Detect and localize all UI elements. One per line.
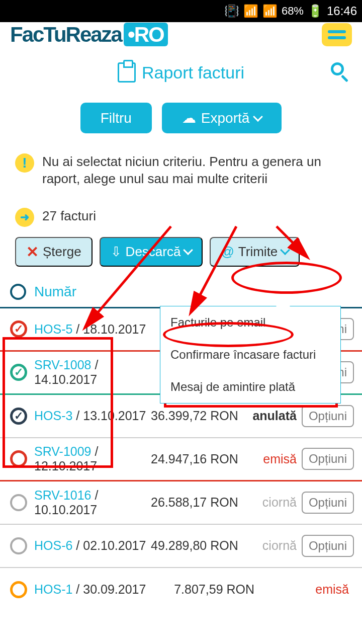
chevron-down-icon (253, 112, 263, 122)
export-button[interactable]: ☁ Exportă (162, 103, 282, 133)
invoice-number: SRV-1008 / 14.10.2017 (34, 358, 163, 387)
table-header: Număr (0, 277, 362, 308)
amount: 49.289,80 RON (151, 538, 238, 553)
app-header: FacTuReaza•RO (0, 22, 362, 47)
column-header-number[interactable]: Număr (34, 284, 76, 300)
x-icon: ✕ (26, 243, 39, 261)
info-text: Nu ai selectat niciun criteriu. Pentru a… (42, 153, 347, 188)
status: emisă (279, 582, 354, 597)
checkbox-checked[interactable]: ✓ (10, 320, 27, 338)
checkbox-checked[interactable]: ✓ (10, 364, 27, 381)
download-button[interactable]: ⇩ Descarcă (100, 237, 203, 267)
checkbox-unchecked[interactable] (10, 581, 27, 598)
checkbox-checked[interactable]: ✓ (10, 408, 27, 425)
checkbox-unchecked[interactable] (10, 450, 27, 467)
status-bar: 📳 📶 📶 68% 🔋 16:46 (0, 0, 362, 22)
send-dropdown: Facturile pe email Confirmare încasare f… (160, 306, 341, 404)
amount: 26.588,17 RON (151, 495, 238, 510)
options-button[interactable]: Opțiuni (302, 535, 354, 557)
options-button[interactable]: Opțiuni (302, 492, 354, 514)
logo-text: FacTuReaza (10, 23, 122, 46)
status: anulată (238, 409, 302, 423)
battery-icon: 🔋 (308, 4, 323, 18)
send-button[interactable]: @ Trimite (210, 237, 300, 267)
delete-button[interactable]: ✕ Șterge (15, 237, 93, 267)
options-button[interactable]: Opțiuni (302, 448, 354, 470)
invoice-number: HOS-1 / 30.09.2017 (34, 582, 174, 597)
chevron-down-icon (184, 245, 194, 255)
table-row[interactable]: SRV-1016 / 10.10.2017 26.588,17 RON cior… (0, 481, 362, 525)
action-row: ✕ Șterge ⇩ Descarcă @ Trimite (0, 232, 362, 277)
cloud-icon: ☁ (182, 110, 196, 126)
status: ciornă (238, 495, 302, 510)
amount: 24.947,16 RON (151, 452, 238, 466)
checkbox-unchecked[interactable] (10, 494, 27, 511)
amount: 7.807,59 RON (174, 582, 279, 597)
status: ciornă (238, 538, 302, 553)
at-icon: @ (221, 244, 234, 260)
count-row: ➜ 27 facturi (0, 198, 362, 232)
page-title: Raport facturi (142, 63, 244, 83)
battery-percent: 68% (282, 5, 304, 18)
logo[interactable]: FacTuReaza•RO (10, 23, 168, 47)
table-row[interactable]: HOS-1 / 30.09.2017 7.807,59 RON emisă (0, 568, 362, 611)
hamburger-menu[interactable] (322, 23, 352, 46)
dropdown-item-reminder[interactable]: Mesaj de amintire plată (160, 371, 340, 403)
exclamation-icon: ! (15, 153, 34, 173)
download-icon: ⇩ (111, 244, 122, 260)
page-title-row: Raport facturi (0, 47, 362, 93)
count-text: 27 facturi (42, 208, 96, 225)
select-all-checkbox[interactable] (10, 284, 26, 300)
logo-suffix: •RO (124, 23, 168, 46)
table-row[interactable]: HOS-6 / 02.10.2017 49.289,80 RON ciornă … (0, 525, 362, 568)
dropdown-item-confirm[interactable]: Confirmare încasare facturi (160, 339, 340, 371)
vibrate-icon: 📳 (224, 4, 239, 18)
chevron-down-icon (280, 245, 290, 255)
invoice-number: SRV-1016 / 10.10.2017 (34, 488, 151, 517)
dropdown-item-email[interactable]: Facturile pe email (160, 306, 340, 339)
table-row[interactable]: SRV-1009 / 12.10.2017 24.947,16 RON emis… (0, 438, 362, 481)
options-button[interactable]: Opțiuni (302, 405, 354, 427)
arrow-icon: ➜ (15, 208, 34, 227)
invoice-number: HOS-6 / 02.10.2017 (34, 538, 151, 553)
info-message: ! Nu ai selectat niciun criteriu. Pentru… (0, 148, 362, 198)
filter-button[interactable]: Filtru (80, 103, 152, 133)
invoice-number: HOS-3 / 13.10.2017 (34, 409, 151, 423)
amount: 36.399,72 RON (151, 409, 238, 423)
filter-row: Filtru ☁ Exportă (0, 93, 362, 148)
checkbox-unchecked[interactable] (10, 537, 27, 554)
invoice-number: SRV-1009 / 12.10.2017 (34, 444, 151, 473)
search-icon (331, 62, 344, 75)
wifi-icon: 📶 (243, 4, 258, 18)
status: emisă (238, 452, 302, 466)
search-button[interactable] (328, 61, 350, 84)
clock: 16:46 (327, 4, 357, 18)
invoice-number: HOS-5 / 18.10.2017 (34, 322, 163, 337)
signal-icon: 📶 (262, 4, 278, 18)
clipboard-icon (118, 62, 136, 83)
